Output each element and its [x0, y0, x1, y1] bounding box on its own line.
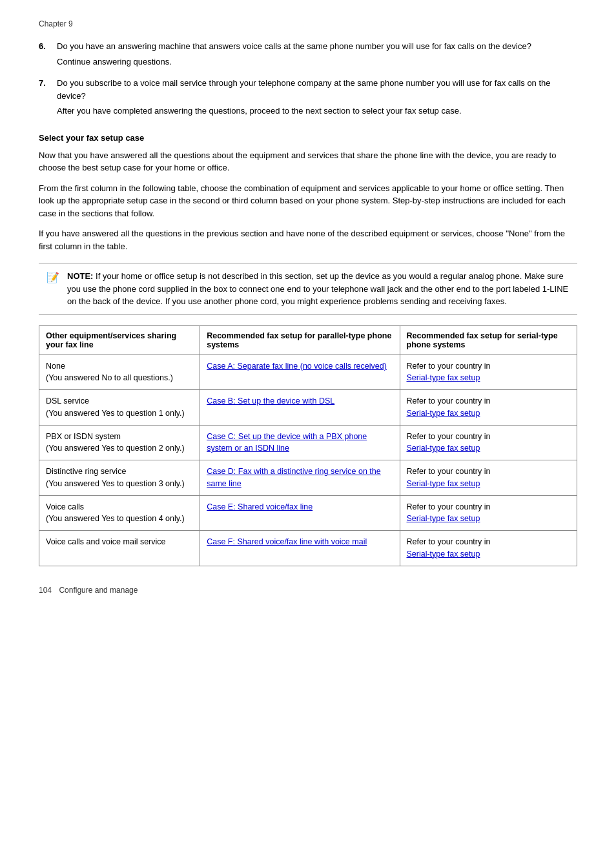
list-content-6: Do you have an answering machine that an… — [57, 40, 577, 70]
list-item-7-line1: Do you subscribe to a voice mail service… — [57, 77, 577, 102]
table-cell-col1-row0: None(You answered No to all questions.) — [39, 355, 200, 390]
note-icon: 📝 — [46, 270, 62, 285]
table-link-col3-row4[interactable]: Serial-type fax setup — [407, 514, 480, 523]
table-cell-col1-row4: Voice calls(You answered Yes to question… — [39, 495, 200, 531]
note-label: NOTE: — [67, 271, 93, 281]
table-cell-col2-row2[interactable]: Case C: Set up the device with a PBX pho… — [200, 425, 400, 460]
table-row: Voice calls(You answered Yes to question… — [39, 495, 577, 531]
chapter-label: Chapter 9 — [39, 19, 577, 28]
table-cell-col1-row3: Distinctive ring service(You answered Ye… — [39, 460, 200, 496]
table-link-col2-row0[interactable]: Case A: Separate fax line (no voice call… — [207, 362, 387, 371]
table-link-col3-row0[interactable]: Serial-type fax setup — [407, 373, 480, 382]
table-cell-col2-row0[interactable]: Case A: Separate fax line (no voice call… — [200, 355, 400, 390]
col-header-2: Recommended fax setup for parallel-type … — [200, 325, 400, 355]
table-link-col2-row1[interactable]: Case B: Set up the device with DSL — [207, 396, 334, 406]
fax-setup-table: Other equipment/services sharing your fa… — [39, 325, 577, 566]
page-number: 104 — [39, 586, 52, 595]
table-link-col2-row2[interactable]: Case C: Set up the device with a PBX pho… — [207, 432, 367, 453]
paragraph-1: Now that you have answered all the quest… — [39, 149, 577, 174]
paragraph-2: From the first column in the following t… — [39, 182, 577, 220]
list-item-7-line2: After you have completed answering the q… — [57, 105, 577, 118]
table-cell-col3-row1[interactable]: Refer to your country inSerial-type fax … — [400, 390, 577, 426]
list-item-6: 6. Do you have an answering machine that… — [39, 40, 577, 70]
table-link-col3-row2[interactable]: Serial-type fax setup — [407, 444, 480, 453]
table-link-col3-row5[interactable]: Serial-type fax setup — [407, 550, 480, 559]
table-cell-col1-row1: DSL service(You answered Yes to question… — [39, 390, 200, 426]
numbered-list: 6. Do you have an answering machine that… — [39, 40, 577, 120]
footer: 104 Configure and manage — [39, 586, 577, 595]
table-cell-col3-row4[interactable]: Refer to your country inSerial-type fax … — [400, 495, 577, 531]
table-cell-col2-row3[interactable]: Case D: Fax with a distinctive ring serv… — [200, 460, 400, 496]
table-link-col2-row4[interactable]: Case E: Shared voice/fax line — [207, 502, 313, 511]
table-link-col2-row3[interactable]: Case D: Fax with a distinctive ring serv… — [207, 467, 381, 488]
table-link-col2-row5[interactable]: Case F: Shared voice/fax line with voice… — [207, 537, 367, 546]
table-cell-col3-row5[interactable]: Refer to your country inSerial-type fax … — [400, 531, 577, 566]
paragraph-3: If you have answered all the questions i… — [39, 227, 577, 252]
table-cell-col1-row2: PBX or ISDN system(You answered Yes to q… — [39, 425, 200, 460]
list-number-7: 7. — [39, 77, 52, 120]
table-row: Voice calls and voice mail serviceCase F… — [39, 531, 577, 566]
note-box: 📝 NOTE: If your home or office setup is … — [39, 263, 577, 315]
note-text: NOTE: If your home or office setup is no… — [67, 270, 570, 308]
table-link-col3-row1[interactable]: Serial-type fax setup — [407, 409, 480, 418]
col-header-3: Recommended fax setup for serial-type ph… — [400, 325, 577, 355]
list-item-6-line1: Do you have an answering machine that an… — [57, 40, 577, 53]
table-cell-col1-row5: Voice calls and voice mail service — [39, 531, 200, 566]
table-cell-col2-row4[interactable]: Case E: Shared voice/fax line — [200, 495, 400, 531]
table-link-col3-row3[interactable]: Serial-type fax setup — [407, 479, 480, 488]
footer-text: Configure and manage — [59, 586, 138, 595]
table-cell-col2-row1[interactable]: Case B: Set up the device with DSL — [200, 390, 400, 426]
table-row: PBX or ISDN system(You answered Yes to q… — [39, 425, 577, 460]
table-cell-col3-row3[interactable]: Refer to your country inSerial-type fax … — [400, 460, 577, 496]
table-cell-col2-row5[interactable]: Case F: Shared voice/fax line with voice… — [200, 531, 400, 566]
table-row: None(You answered No to all questions.)C… — [39, 355, 577, 390]
col-header-1: Other equipment/services sharing your fa… — [39, 325, 200, 355]
table-cell-col3-row0[interactable]: Refer to your country inSerial-type fax … — [400, 355, 577, 390]
list-number-6: 6. — [39, 40, 52, 70]
section-heading: Select your fax setup case — [39, 133, 577, 143]
list-item-7: 7. Do you subscribe to a voice mail serv… — [39, 77, 577, 120]
table-row: Distinctive ring service(You answered Ye… — [39, 460, 577, 496]
list-item-6-line2: Continue answering questions. — [57, 56, 577, 68]
note-body-text: If your home or office setup is not desc… — [67, 271, 568, 306]
table-row: DSL service(You answered Yes to question… — [39, 390, 577, 426]
list-content-7: Do you subscribe to a voice mail service… — [57, 77, 577, 120]
table-header-row: Other equipment/services sharing your fa… — [39, 325, 577, 355]
table-cell-col3-row2[interactable]: Refer to your country inSerial-type fax … — [400, 425, 577, 460]
